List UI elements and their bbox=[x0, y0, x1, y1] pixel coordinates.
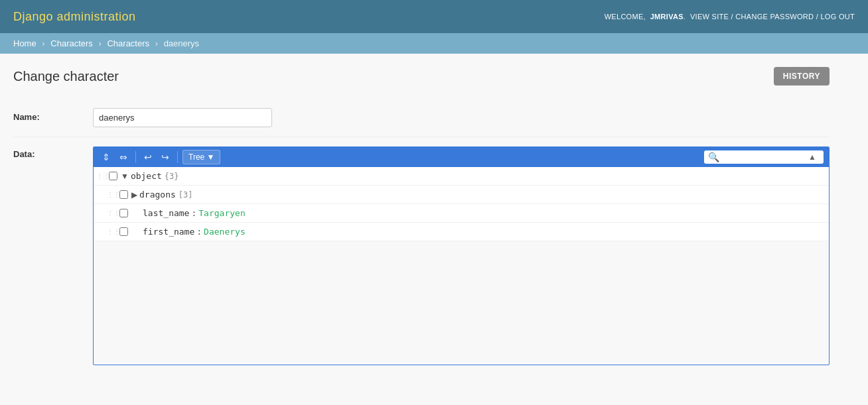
data-label: Data: bbox=[13, 146, 93, 159]
root-key: object bbox=[131, 171, 162, 181]
tree-row-root: ⋮⋮ ▼ object {3} bbox=[94, 167, 829, 186]
search-down-button[interactable]: ▼ bbox=[819, 150, 824, 164]
breadcrumb-divider-1: › bbox=[42, 38, 44, 48]
breadcrumbs: Home › Characters › Characters › daenery… bbox=[0, 33, 868, 54]
checkbox-last-name[interactable] bbox=[119, 209, 128, 217]
brand-link[interactable]: Django administration bbox=[13, 10, 136, 23]
breadcrumb-divider-2: › bbox=[98, 38, 101, 48]
row-checkbox-dragons bbox=[117, 190, 129, 199]
tree-row-last-name: ⋮⋮ last_name : Targaryen bbox=[94, 204, 829, 223]
expand-dragons-button[interactable]: ▶ bbox=[129, 190, 139, 200]
user-tools: WELCOME, JMRIVAS. VIEW SITE / CHANGE PAS… bbox=[605, 13, 855, 21]
json-tree: ⋮⋮ ▼ object {3} ⋮⋮ ▶ dragons [3] bbox=[94, 167, 829, 241]
expand-all-button[interactable]: ⇕ bbox=[99, 150, 113, 164]
toolbar-separator-2 bbox=[177, 151, 178, 163]
dragons-key: dragons bbox=[139, 190, 176, 200]
row-handle-last-name: ⋮⋮ bbox=[107, 209, 117, 217]
change-password-link[interactable]: CHANGE PASSWORD bbox=[735, 13, 814, 21]
breadcrumb-divider-3: › bbox=[155, 38, 158, 48]
tree-row-dragons: ⋮⋮ ▶ dragons [3] bbox=[94, 186, 829, 204]
row-handle-first-name: ⋮⋮ bbox=[107, 228, 117, 235]
name-input[interactable] bbox=[93, 108, 272, 127]
collapse-root-button[interactable]: ▼ bbox=[119, 172, 131, 181]
search-icon: 🔍 bbox=[704, 152, 719, 162]
view-site-link[interactable]: VIEW SITE bbox=[690, 13, 729, 21]
colon-first-name: : bbox=[196, 227, 202, 237]
toolbar-separator-1 bbox=[135, 151, 136, 163]
row-checkbox-last-name bbox=[117, 209, 129, 217]
last-name-key: last_name bbox=[143, 208, 189, 218]
undo-button[interactable]: ↩ bbox=[141, 150, 155, 164]
breadcrumb-home[interactable]: Home bbox=[13, 38, 36, 48]
row-checkbox-root bbox=[107, 172, 119, 180]
content-header: Change character HISTORY bbox=[13, 67, 830, 86]
breadcrumb-current: daenerys bbox=[164, 38, 199, 48]
json-editor: ⇕ ⇔ ↩ ↪ Tree ▼ 🔍 ▲ ▼ ⋮⋮ bbox=[93, 146, 830, 365]
checkbox-root[interactable] bbox=[109, 172, 117, 180]
logout-link[interactable]: LOG OUT bbox=[820, 13, 855, 21]
branding: Django administration bbox=[13, 10, 136, 24]
header: Django administration WELCOME, JMRIVAS. … bbox=[0, 0, 868, 33]
first-name-key: first_name bbox=[143, 227, 194, 237]
breadcrumb-characters-2[interactable]: Characters bbox=[107, 38, 149, 48]
username: JMRIVAS bbox=[650, 13, 684, 21]
sep1: / bbox=[731, 13, 733, 21]
collapse-all-button[interactable]: ⇔ bbox=[116, 150, 131, 164]
history-button[interactable]: HISTORY bbox=[774, 67, 830, 86]
tree-row-first-name: ⋮⋮ first_name : Daenerys bbox=[94, 223, 829, 241]
name-label: Name: bbox=[13, 108, 93, 122]
content-main: Change character HISTORY Name: Data: ⇕ ⇔… bbox=[0, 54, 843, 388]
row-checkbox-first-name bbox=[117, 227, 129, 236]
row-handle: ⋮⋮ bbox=[96, 172, 107, 180]
view-dropdown[interactable]: Tree ▼ bbox=[182, 150, 220, 164]
last-name-value: Targaryen bbox=[198, 208, 245, 218]
data-row: Data: ⇕ ⇔ ↩ ↪ Tree ▼ 🔍 ▲ ▼ bbox=[13, 137, 830, 375]
redo-button[interactable]: ↪ bbox=[158, 150, 173, 164]
page-title: Change character bbox=[13, 69, 119, 84]
colon-last-name: : bbox=[191, 208, 196, 218]
root-count: {3} bbox=[165, 172, 179, 181]
dragons-count: [3] bbox=[179, 190, 193, 200]
toolbar-search: 🔍 ▲ ▼ bbox=[704, 150, 824, 164]
sep2: / bbox=[816, 13, 818, 21]
search-up-button[interactable]: ▲ bbox=[806, 150, 819, 164]
checkbox-dragons[interactable] bbox=[119, 190, 128, 199]
checkbox-first-name[interactable] bbox=[119, 227, 128, 236]
breadcrumb-characters-1[interactable]: Characters bbox=[50, 38, 93, 48]
name-row: Name: bbox=[13, 99, 830, 137]
json-editor-toolbar: ⇕ ⇔ ↩ ↪ Tree ▼ 🔍 ▲ ▼ bbox=[94, 147, 829, 167]
first-name-value: Daenerys bbox=[204, 227, 246, 237]
row-handle-dragons: ⋮⋮ bbox=[107, 191, 117, 198]
welcome-prefix: WELCOME, bbox=[605, 13, 646, 21]
search-input[interactable] bbox=[719, 150, 806, 164]
